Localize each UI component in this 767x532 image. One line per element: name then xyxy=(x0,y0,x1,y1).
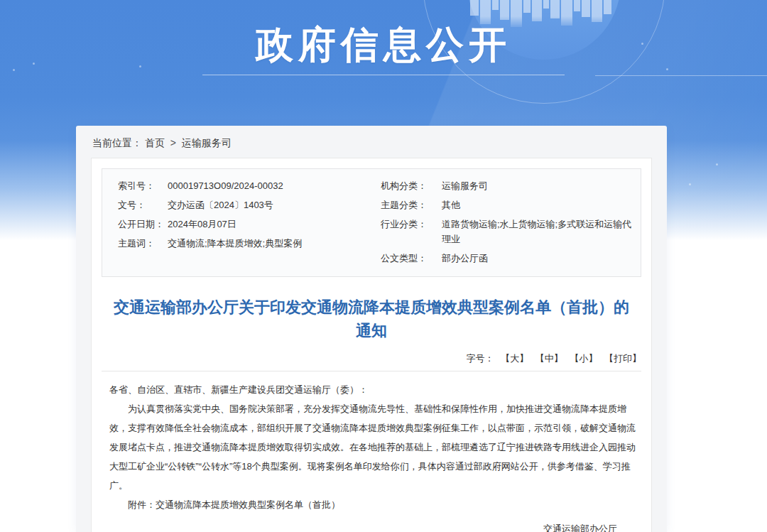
breadcrumb-current-link[interactable]: 运输服务司 xyxy=(182,137,232,148)
page-title: 政府信息公开 xyxy=(0,21,767,68)
breadcrumb-home-link[interactable]: 首页 xyxy=(145,137,165,148)
font-size-small-button[interactable]: 【小】 xyxy=(570,353,597,364)
attachment-line: 附件：交通物流降本提质增效典型案例名单（首批） xyxy=(109,495,636,514)
meta-row-keywords: 主题词： 交通物流;降本提质增效;典型案例 xyxy=(102,234,372,253)
meta-row-publish-date: 公开日期： 2024年08月07日 xyxy=(102,215,372,234)
breadcrumb: 当前位置： 首页 > 运输服务司 xyxy=(76,126,667,158)
banner: 政府信息公开 xyxy=(0,0,767,75)
meta-row-agency: 机构分类： 运输服务司 xyxy=(376,176,641,195)
content-panel: 当前位置： 首页 > 运输服务司 索引号： 000019713O09/2024-… xyxy=(76,126,667,532)
meta-row-doc-no: 文号： 交办运函〔2024〕1403号 xyxy=(102,195,372,215)
document-title: 交通运输部办公厅关于印发交通物流降本提质增效典型案例名单（首批）的通知 xyxy=(113,295,630,342)
signer: 交通运输部办公厅 xyxy=(109,519,636,532)
font-size-large-button[interactable]: 【大】 xyxy=(501,353,528,364)
banner-accent-line xyxy=(595,75,767,76)
sparkle-dot xyxy=(689,183,691,185)
metadata-table: 索引号： 000019713O09/2024-00032 文号： 交办运函〔20… xyxy=(102,168,641,277)
sparkle-dot xyxy=(716,163,718,165)
meta-row-topic-class: 主题分类： 其他 xyxy=(376,195,641,215)
body-paragraph: 为认真贯彻落实党中央、国务院决策部署，充分发挥交通物流先导性、基础性和保障性作用… xyxy=(109,399,636,495)
font-size-medium-button[interactable]: 【中】 xyxy=(535,353,563,364)
meta-row-index-no: 索引号： 000019713O09/2024-00032 xyxy=(102,176,372,195)
font-size-controls: 字号： 【大】 【中】 【小】 【打印】 xyxy=(102,352,641,371)
meta-row-doc-type: 公文类型： 部办公厅函 xyxy=(376,249,641,268)
title-underline xyxy=(202,75,565,75)
print-button[interactable]: 【打印】 xyxy=(604,353,641,364)
document-body: 各省、自治区、直辖市、新疆生产建设兵团交通运输厅（委）： 为认真贯彻落实党中央、… xyxy=(109,380,636,532)
breadcrumb-label: 当前位置： xyxy=(92,137,142,148)
salutation: 各省、自治区、直辖市、新疆生产建设兵团交通运输厅（委）： xyxy=(109,380,636,399)
metadata-right-column: 机构分类： 运输服务司 主题分类： 其他 行业分类： 道路货物运输;水上货物运输… xyxy=(372,176,641,268)
metadata-left-column: 索引号： 000019713O09/2024-00032 文号： 交办运函〔20… xyxy=(102,176,372,268)
font-size-label: 字号： xyxy=(467,353,494,364)
meta-row-industry-class: 行业分类： 道路货物运输;水上货物运输;多式联运和运输代理业 xyxy=(376,215,641,249)
document-box: 索引号： 000019713O09/2024-00032 文号： 交办运函〔20… xyxy=(91,158,652,532)
breadcrumb-separator: > xyxy=(170,137,176,148)
